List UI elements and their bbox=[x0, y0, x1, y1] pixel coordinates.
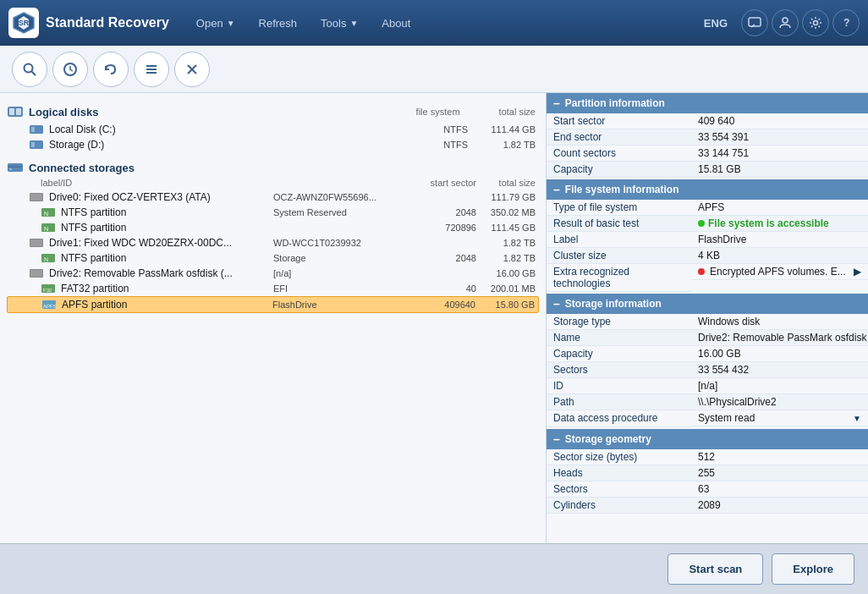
storage-col-sector: start sector bbox=[400, 178, 476, 188]
local-disk-icon bbox=[29, 124, 44, 135]
main-content: Logical disks file system total size Loc… bbox=[0, 93, 868, 543]
svg-text:SR: SR bbox=[19, 19, 30, 27]
storage-columns-header: label/ID start sector total size bbox=[7, 178, 539, 190]
svg-point-3 bbox=[783, 18, 788, 23]
svg-text:N: N bbox=[44, 256, 48, 262]
storage-collapse-icon[interactable]: – bbox=[553, 297, 560, 311]
filesystem-info-table: Type of file systemAPFS Result of basic … bbox=[547, 200, 868, 292]
nav-about[interactable]: About bbox=[370, 0, 422, 46]
svg-rect-21 bbox=[8, 163, 23, 172]
svg-rect-25 bbox=[30, 194, 42, 201]
settings-icon-btn[interactable] bbox=[802, 9, 829, 36]
left-panel: Logical disks file system total size Loc… bbox=[0, 93, 547, 543]
drive0-ntfs-partition-2[interactable]: N NTFS partition 720896 111.45 GB bbox=[7, 220, 539, 235]
nav-open[interactable]: Open ▼ bbox=[184, 0, 247, 46]
ntfs-partition-2-icon: N bbox=[41, 222, 56, 234]
data-access-dropdown-icon[interactable]: ▼ bbox=[853, 414, 861, 423]
filesystem-info-header: – File system information bbox=[547, 179, 868, 200]
nav-tools[interactable]: Tools ▼ bbox=[309, 0, 370, 46]
storage-disk-icon bbox=[29, 139, 44, 151]
drive-2[interactable]: Drive2: Removable PassMark osfdisk (... … bbox=[7, 266, 539, 281]
start-scan-button[interactable]: Start scan bbox=[667, 553, 763, 585]
table-row: ID[n/a] bbox=[547, 378, 868, 394]
logical-disk-d[interactable]: Storage (D:) NTFS 1.82 TB bbox=[7, 137, 539, 152]
table-row: Heads255 bbox=[547, 465, 868, 481]
svg-point-4 bbox=[814, 21, 818, 25]
footer: Start scan Explore bbox=[0, 543, 868, 594]
svg-text:?: ? bbox=[843, 17, 849, 29]
svg-rect-23 bbox=[9, 168, 12, 170]
drive2-apfs-partition[interactable]: APFS APFS partition FlashDrive 409640 15… bbox=[7, 296, 539, 313]
table-row: Count sectors33 144 751 bbox=[547, 146, 868, 162]
logical-disks-section-header: Logical disks file system total size bbox=[7, 105, 539, 118]
partition-info-header: – Partition information bbox=[547, 93, 868, 113]
fat32-icon: F32 bbox=[41, 283, 56, 294]
user-icon-btn[interactable] bbox=[772, 9, 799, 36]
drive-0[interactable]: Drive0: Fixed OCZ-VERTEX3 (ATA) OCZ-AWNZ… bbox=[7, 190, 539, 205]
connected-storages-icon bbox=[7, 161, 24, 174]
search-tool-btn[interactable] bbox=[12, 52, 47, 87]
nav-refresh[interactable]: Refresh bbox=[247, 0, 310, 46]
restore-tool-btn[interactable] bbox=[93, 52, 129, 87]
table-row: LabelFlashDrive bbox=[547, 232, 868, 248]
help-icon-btn[interactable]: ? bbox=[832, 9, 860, 36]
drive2-fat32-partition[interactable]: F32 FAT32 partition EFI 40 200.01 MB bbox=[7, 281, 539, 296]
table-row: NameDrive2: Removable PassMark osfdisk ( bbox=[547, 330, 868, 346]
app-logo: SR bbox=[8, 8, 39, 38]
apfs-icon: APFS bbox=[41, 299, 57, 311]
table-row: Sector size (bytes)512 bbox=[547, 449, 868, 465]
drive1-icon bbox=[29, 237, 44, 249]
status-ok-icon bbox=[698, 220, 705, 227]
logical-disks-icon bbox=[7, 105, 24, 118]
drive2-icon bbox=[29, 267, 44, 279]
svg-text:F32: F32 bbox=[43, 288, 52, 293]
table-row: Storage typeWindows disk bbox=[547, 314, 868, 330]
geometry-info-table: Sector size (bytes)512 Heads255 Sectors6… bbox=[547, 449, 868, 514]
svg-line-7 bbox=[32, 71, 36, 75]
open-arrow-icon: ▼ bbox=[227, 19, 235, 28]
storage-info-header: – Storage information bbox=[547, 294, 868, 314]
storage-col-label: label/ID bbox=[41, 178, 168, 188]
filesystem-collapse-icon[interactable]: – bbox=[553, 183, 560, 196]
drive1-ntfs-partition[interactable]: N NTFS partition Storage 2048 1.82 TB bbox=[7, 250, 539, 266]
svg-text:N: N bbox=[44, 226, 48, 232]
table-row: Cluster size4 KB bbox=[547, 248, 868, 264]
explore-button[interactable]: Explore bbox=[772, 553, 854, 585]
close-tool-btn[interactable] bbox=[174, 52, 210, 87]
table-row: Data access procedure System read ▼ bbox=[547, 410, 868, 427]
ntfs-partition-icon: N bbox=[41, 206, 56, 218]
chat-icon-btn[interactable] bbox=[741, 9, 768, 36]
logical-disks-col-fs: file system bbox=[416, 107, 460, 117]
tools-arrow-icon: ▼ bbox=[349, 19, 358, 28]
table-row: Capacity15.81 GB bbox=[547, 162, 868, 178]
table-row: Cylinders2089 bbox=[547, 497, 868, 513]
svg-rect-15 bbox=[9, 108, 14, 115]
status-warn-icon bbox=[698, 268, 705, 275]
storage-info-table: Storage typeWindows disk NameDrive2: Rem… bbox=[547, 314, 868, 427]
language-selector[interactable]: ENG bbox=[704, 17, 728, 30]
geometry-collapse-icon[interactable]: – bbox=[553, 432, 560, 446]
table-row: Extra recognized technologies Encrypted … bbox=[547, 264, 868, 292]
svg-text:APFS: APFS bbox=[43, 304, 57, 309]
drive0-icon bbox=[29, 191, 44, 203]
toolbar bbox=[0, 46, 868, 93]
expand-arrow-icon[interactable]: ▶ bbox=[854, 266, 861, 278]
table-row: Start sector409 640 bbox=[547, 113, 868, 129]
scan-tool-btn[interactable] bbox=[52, 52, 88, 87]
svg-rect-18 bbox=[31, 127, 35, 132]
connected-storages-title: Connected storages bbox=[29, 162, 135, 174]
drive0-ntfs-partition-1[interactable]: N NTFS partition System Reserved 2048 35… bbox=[7, 205, 539, 220]
header-action-icons: ? bbox=[741, 9, 860, 36]
drive-1[interactable]: Drive1: Fixed WDC WD20EZRX-00DC... WD-WC… bbox=[7, 235, 539, 250]
partition-collapse-icon[interactable]: – bbox=[553, 96, 560, 110]
main-nav: Open ▼ Refresh Tools ▼ About bbox=[184, 0, 697, 46]
partition-info-table: Start sector409 640 End sector33 554 391… bbox=[547, 113, 868, 178]
logical-disk-c[interactable]: Local Disk (C:) NTFS 111.44 GB bbox=[7, 122, 539, 137]
svg-text:N: N bbox=[44, 211, 48, 217]
app-title: Standard Recovery bbox=[46, 15, 169, 30]
svg-rect-35 bbox=[30, 270, 42, 277]
svg-rect-16 bbox=[16, 108, 21, 115]
list-tool-btn[interactable] bbox=[134, 52, 169, 87]
table-row: Path\\.\PhysicalDrive2 bbox=[547, 394, 868, 410]
storage-col-size: total size bbox=[476, 178, 536, 188]
